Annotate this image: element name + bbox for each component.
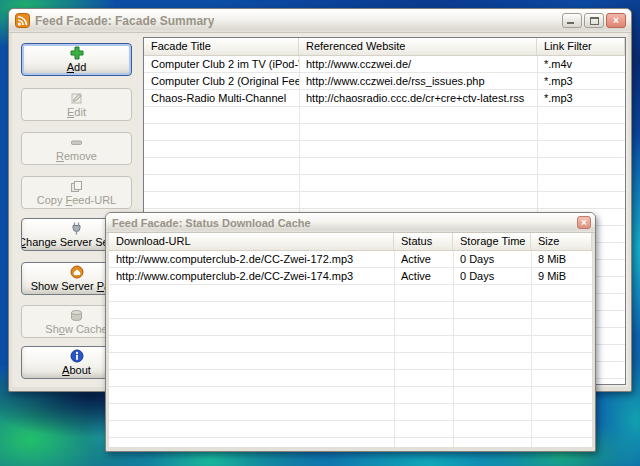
pencil-icon [70,91,83,105]
cache-table-header: Download-URL Status Storage Time Size [109,233,592,251]
remove-button[interactable]: Remove [21,132,132,165]
copy-icon [70,179,83,193]
close-button[interactable]: × [606,13,626,28]
add-button[interactable]: Add [21,43,132,76]
close-icon: × [581,218,587,228]
desktop: { "colors": { "desktop_blue": "#0c4ea6",… [0,0,640,466]
plug-icon [70,221,83,235]
minimize-button[interactable] [562,13,582,28]
rss-feed-icon [15,14,30,28]
table-row[interactable]: http://www.computerclub-2.de/CC-Zwei-172… [109,251,592,268]
minimize-icon [567,22,574,24]
cache-titlebar[interactable]: Feed Facade: Status Download Cache × [106,213,595,233]
facade-table-header: Facade Title Referenced Website Link Fil… [144,38,625,56]
database-icon [70,308,83,322]
column-header[interactable]: Download-URL [109,233,394,250]
cache-table[interactable]: Download-URL Status Storage Time Size ht… [109,233,592,447]
homepage-icon [70,265,84,279]
maximize-button[interactable] [584,13,604,28]
maximize-icon [590,17,599,25]
close-button[interactable]: × [577,216,591,229]
column-header[interactable]: Link Filter [537,38,625,55]
main-window-title: Feed Facade: Facade Summary [35,14,214,28]
cache-window: Feed Facade: Status Download Cache × Dow… [105,212,596,452]
table-row[interactable]: Computer Club 2 im TV (iPod-Versi... htt… [144,56,625,73]
main-titlebar[interactable]: Feed Facade: Facade Summary × [9,9,631,33]
column-header[interactable]: Size [531,233,592,250]
column-header[interactable]: Facade Title [144,38,299,55]
column-header[interactable]: Storage Time [453,233,531,250]
cache-client-area: Download-URL Status Storage Time Size ht… [109,233,592,447]
table-row[interactable]: Chaos-Radio Multi-Channel http://chaosra… [144,90,625,107]
minus-icon [70,135,83,149]
table-row[interactable]: http://www.computerclub-2.de/CC-Zwei-174… [109,268,592,285]
table-row[interactable]: Computer Club 2 (Original Feed) http://w… [144,73,625,90]
column-header[interactable]: Referenced Website [299,38,537,55]
plus-icon [70,46,84,60]
close-icon: × [613,16,619,26]
cache-table-body: http://www.computerclub-2.de/CC-Zwei-172… [109,251,592,447]
column-header[interactable]: Status [394,233,453,250]
copy-feed-url-button[interactable]: Copy Feed-URL [21,176,132,209]
cache-window-title: Feed Facade: Status Download Cache [112,217,311,229]
info-icon [70,349,84,363]
edit-button[interactable]: Edit [21,88,132,121]
